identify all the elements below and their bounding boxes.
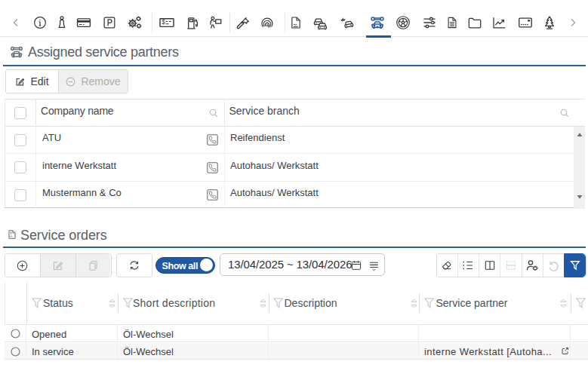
svg-text:$: $ [162,19,165,26]
